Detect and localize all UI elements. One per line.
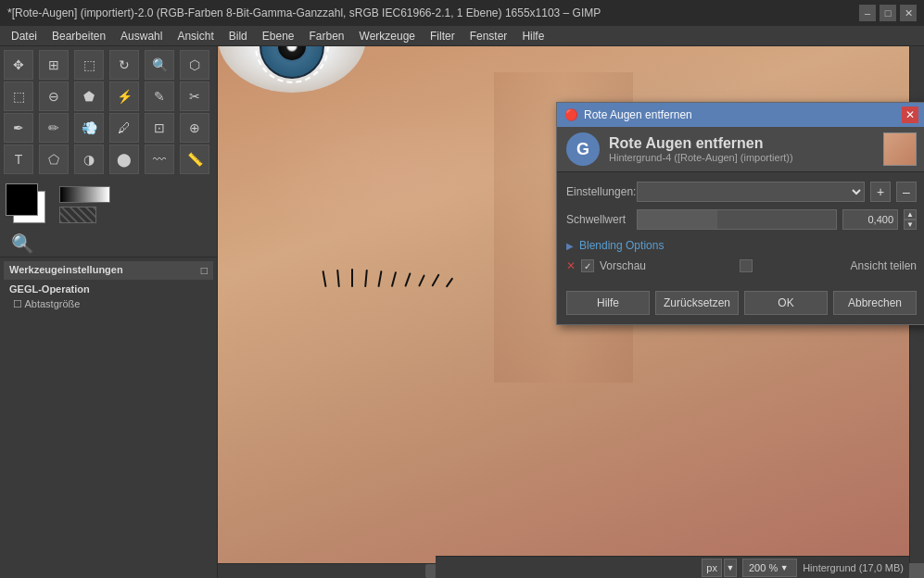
menu-datei[interactable]: Datei [4, 26, 44, 45]
status-bar: px ▼ 200 % ▼ Hintergrund (17,0 MB) [436, 556, 909, 578]
tool-shear[interactable]: ⬡ [180, 50, 209, 80]
threshold-value: 0,400 [842, 209, 898, 230]
tool-options-title: Werkzeugeinstellungen □ [4, 261, 213, 280]
tool-smudge[interactable]: 〰 [145, 144, 174, 174]
dialog-header-thumbnail [883, 132, 917, 166]
gegl-label: GEGL-Operation [9, 283, 208, 295]
foreground-color-swatch[interactable] [6, 183, 38, 216]
tool-select-by-color[interactable]: ✎ [145, 82, 174, 111]
tool-ellipse-select[interactable]: ⊖ [39, 82, 69, 111]
dialog-header: G Rote Augen entfernen Hintergrund-4 ([R… [557, 127, 924, 172]
cancel-button[interactable]: Abbrechen [833, 291, 917, 315]
remove-red-eyes-dialog: 🔴 Rote Augen entfernen ✕ G Rote Augen en… [556, 102, 924, 325]
blending-options-label[interactable]: Blending Options [579, 239, 664, 252]
tool-ink[interactable]: 🖊 [109, 113, 139, 143]
settings-add-button[interactable]: + [870, 182, 891, 202]
tool-airbrush[interactable]: 💨 [74, 113, 104, 143]
gradient-preview[interactable] [59, 186, 110, 203]
tool-scissors[interactable]: ✂ [180, 82, 209, 111]
magnifier-tool[interactable]: 🔍 [6, 230, 40, 258]
preview-checkbox[interactable]: ✓ [581, 259, 594, 272]
tool-text[interactable]: T [4, 144, 33, 174]
unit-dropdown-btn[interactable]: ▼ [724, 559, 737, 577]
menu-hilfe[interactable]: Hilfe [514, 26, 551, 45]
settings-remove-button[interactable]: – [896, 182, 917, 202]
blending-expand-icon[interactable]: ▶ [566, 241, 574, 251]
left-selection-circle [255, 46, 329, 83]
settings-label: Einstellungen: [566, 185, 631, 198]
dialog-body: Einstellungen: + – Schwellwert 0,400 ▲ [557, 172, 924, 291]
tool-blend[interactable]: ◑ [74, 144, 104, 174]
menu-ebene[interactable]: Ebene [255, 26, 302, 45]
dialog-title-icon: 🔴 [564, 108, 578, 121]
title-bar: *[Rote-Augen] (importiert)-2.0 (RGB-Farb… [0, 0, 924, 26]
tool-grid: ✥ ⊞ ⬚ ↻ 🔍 ⬡ ⬚ ⊖ ⬟ ⚡ ✎ ✂ ✒ ✏ 💨 🖊 ⊡ ⊕ T ⬠ … [0, 46, 217, 178]
menu-auswahl[interactable]: Auswahl [113, 26, 170, 45]
pattern-preview[interactable] [59, 207, 96, 223]
tool-rotate[interactable]: ↻ [109, 50, 139, 80]
px-unit: px [702, 559, 722, 577]
tool-measure[interactable]: 📏 [180, 144, 209, 174]
toolbox: ✥ ⊞ ⬚ ↻ 🔍 ⬡ ⬚ ⊖ ⬟ ⚡ ✎ ✂ ✒ ✏ 💨 🖊 ⊡ ⊕ T ⬠ … [0, 46, 218, 578]
tool-heal[interactable]: ⊕ [180, 113, 209, 143]
tool-align[interactable]: ⊞ [39, 50, 69, 80]
split-view-label: Ansicht teilen [851, 259, 917, 272]
menu-farben[interactable]: Farben [302, 26, 352, 45]
tool-free-select[interactable]: ⬟ [74, 82, 104, 111]
menu-bearbeiten[interactable]: Bearbeiten [44, 26, 113, 45]
menu-werkzeuge[interactable]: Werkzeuge [352, 26, 423, 45]
tool-options-close[interactable]: □ [201, 264, 208, 277]
settings-row: Einstellungen: + – [566, 182, 917, 202]
help-button[interactable]: Hilfe [566, 291, 650, 315]
menu-bar: Datei Bearbeiten Auswahl Ansicht Bild Eb… [0, 26, 924, 46]
settings-dropdown[interactable] [637, 182, 865, 202]
gegl-section: GEGL-Operation ☐ Abtastgröße [4, 280, 213, 314]
reset-button[interactable]: Zurücksetzen [655, 291, 739, 315]
menu-bild[interactable]: Bild [222, 26, 255, 45]
tool-move[interactable]: ✥ [4, 50, 33, 80]
color-swatches [6, 183, 52, 225]
tool-clone[interactable]: ⊡ [145, 113, 174, 143]
title-bar-buttons: – □ ✕ [859, 5, 917, 21]
tool-pencil[interactable]: ✏ [39, 113, 69, 143]
tool-fuzzy-select[interactable]: ⚡ [109, 82, 139, 111]
ok-button[interactable]: OK [744, 291, 828, 315]
tool-dodge-burn[interactable]: ⬤ [109, 144, 139, 174]
zoom-level[interactable]: 200 % ▼ [742, 559, 797, 577]
tool-zoom[interactable]: 🔍 [145, 50, 174, 80]
tool-rect-select[interactable]: ⬚ [4, 82, 33, 111]
tool-options-panel: Werkzeugeinstellungen □ GEGL-Operation ☐… [0, 257, 217, 578]
blending-options-row: ▶ Blending Options [566, 237, 917, 254]
canvas-container: ✕ [218, 46, 924, 578]
maximize-button[interactable]: □ [880, 5, 896, 21]
tool-bucket-fill[interactable]: ⬠ [39, 144, 69, 174]
gegl-option: ☐ Abtastgröße [9, 298, 208, 310]
dialog-close-button[interactable]: ✕ [902, 107, 918, 123]
color-area [0, 178, 217, 231]
menu-fenster[interactable]: Fenster [462, 26, 515, 45]
menu-ansicht[interactable]: Ansicht [170, 26, 221, 45]
dialog-header-icon: G [566, 132, 600, 166]
threshold-label: Schwellwert [566, 213, 631, 226]
dialog-header-text: Rote Augen entfernen Hintergrund-4 ([Rot… [609, 135, 793, 163]
preview-x-icon: ✕ [566, 259, 576, 272]
tool-crop[interactable]: ⬚ [74, 50, 104, 80]
tool-paintbrush[interactable]: ✒ [4, 113, 33, 143]
menu-filter[interactable]: Filter [423, 26, 462, 45]
zoom-dropdown-btn[interactable]: ▼ [778, 560, 791, 575]
spin-up-button[interactable]: ▲ [904, 209, 917, 220]
dialog-title: Rote Augen entfernen [584, 108, 692, 121]
left-iris [259, 46, 324, 79]
unit-selector: px ▼ [702, 559, 737, 577]
split-view-checkbox[interactable] [740, 259, 753, 272]
dialog-header-subtitle: Hintergrund-4 ([Rote-Augen] (importiert)… [609, 152, 793, 163]
close-window-button[interactable]: ✕ [900, 5, 917, 21]
spin-down-button[interactable]: ▼ [904, 220, 917, 230]
minimize-button[interactable]: – [859, 5, 876, 21]
dialog-header-title: Rote Augen entfernen [609, 135, 793, 152]
threshold-row: Schwellwert 0,400 ▲ ▼ [566, 209, 917, 230]
threshold-slider[interactable] [637, 209, 837, 230]
preview-row: ✕ ✓ Vorschau Ansicht teilen [566, 259, 917, 272]
spin-buttons: ▲ ▼ [904, 209, 917, 230]
title-text: *[Rote-Augen] (importiert)-2.0 (RGB-Farb… [7, 6, 601, 19]
